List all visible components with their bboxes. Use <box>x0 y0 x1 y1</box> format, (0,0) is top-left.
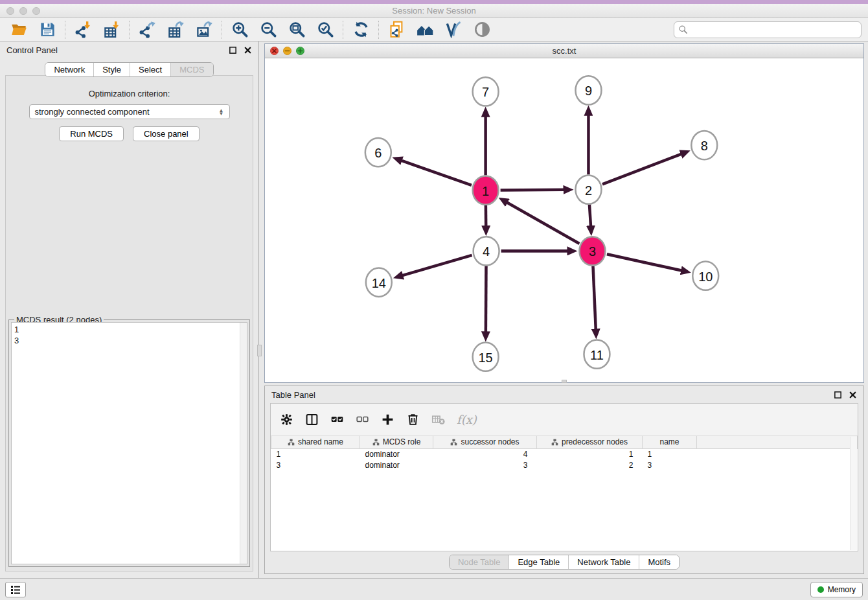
tab-mcds[interactable]: MCDS <box>170 63 212 76</box>
node-4[interactable]: 4 <box>474 237 499 265</box>
open-session-button[interactable] <box>6 19 31 40</box>
node-14[interactable]: 14 <box>366 268 392 297</box>
export-image-icon <box>196 21 213 38</box>
node-8[interactable]: 8 <box>691 131 717 159</box>
export-image-button[interactable] <box>192 19 216 40</box>
save-session-button[interactable] <box>35 19 60 40</box>
birdseye-view-button[interactable] <box>470 19 494 40</box>
search-box[interactable] <box>674 21 862 38</box>
tab-network[interactable]: Network <box>45 63 93 76</box>
table-cell[interactable]: dominator <box>360 459 433 470</box>
network-resize-grip[interactable] <box>562 380 567 383</box>
zoom-out-icon <box>260 21 277 38</box>
refresh-view-button[interactable] <box>348 19 373 40</box>
svg-text:6: 6 <box>374 146 382 160</box>
optimization-criterion-select[interactable]: strongly connected component ▲▼ <box>29 104 230 119</box>
table-cell[interactable]: 2 <box>537 459 643 470</box>
zoom-out-button[interactable] <box>256 19 280 40</box>
table-row[interactable]: 1dominator411 <box>271 448 858 459</box>
table-toolbar: f(x) <box>271 404 858 436</box>
memory-button[interactable]: Memory <box>810 582 863 597</box>
network-window-titlebar[interactable]: scc.txt <box>265 44 863 58</box>
tab-edge-table[interactable]: Edge Table <box>508 555 568 569</box>
clone-network-icon <box>388 21 405 38</box>
list-icon <box>10 584 21 595</box>
zoom-selected-icon <box>317 21 334 38</box>
column-header-MCDS-role[interactable]: MCDS role <box>360 436 433 448</box>
tab-node-table[interactable]: Node Table <box>450 555 509 569</box>
column-header-name[interactable]: name <box>643 436 697 448</box>
close-table-panel-icon[interactable] <box>849 391 857 399</box>
optimization-criterion-label: Optimization criterion: <box>6 89 253 98</box>
show-panels-button[interactable] <box>5 582 26 597</box>
node-9[interactable]: 9 <box>575 76 601 104</box>
clone-network-button[interactable] <box>384 19 409 40</box>
close-panel-icon[interactable] <box>244 46 252 54</box>
table-settings-button[interactable] <box>280 413 293 426</box>
zoom-fit-button[interactable] <box>284 19 309 40</box>
edge-3-11[interactable] <box>593 266 595 330</box>
table-cell[interactable]: 4 <box>433 448 537 459</box>
edge-3-1[interactable] <box>507 202 580 244</box>
float-table-panel-icon[interactable] <box>834 391 842 399</box>
edge-4-14[interactable] <box>402 255 472 276</box>
table-scrollbar[interactable] <box>850 437 857 550</box>
add-column-button[interactable] <box>381 413 394 426</box>
function-builder-icon: f(x) <box>457 413 477 426</box>
table-cell[interactable]: dominator <box>360 448 433 459</box>
edge-3-10[interactable] <box>607 254 682 270</box>
table-cell[interactable]: 3 <box>643 459 697 470</box>
edge-1-2[interactable] <box>501 190 565 190</box>
table-cell[interactable]: 1 <box>537 448 643 459</box>
delete-column-button[interactable] <box>406 413 420 426</box>
svg-text:11: 11 <box>590 348 604 362</box>
result-scrollbar[interactable] <box>240 323 247 564</box>
network-minimize-button[interactable] <box>283 47 291 55</box>
mcds-result-text[interactable]: 1 3 <box>11 322 247 564</box>
column-header-predecessor-nodes[interactable]: predecessor nodes <box>537 436 643 448</box>
deselect-all-button[interactable] <box>356 413 369 426</box>
edge-1-6[interactable] <box>401 160 472 185</box>
export-network-button[interactable] <box>135 19 159 40</box>
edge-2-8[interactable] <box>602 154 682 184</box>
zoom-selected-button[interactable] <box>313 19 337 40</box>
tab-motifs[interactable]: Motifs <box>639 555 679 569</box>
run-mcds-button[interactable]: Run MCDS <box>59 126 124 141</box>
search-input[interactable] <box>691 25 857 34</box>
node-3[interactable]: 3 <box>579 237 605 265</box>
node-11[interactable]: 11 <box>584 340 610 368</box>
node-10[interactable]: 10 <box>692 262 718 290</box>
node-15[interactable]: 15 <box>473 343 499 371</box>
import-network-button[interactable] <box>71 19 95 40</box>
show-columns-button[interactable] <box>305 413 319 426</box>
node-2[interactable]: 2 <box>575 175 601 203</box>
home-view-button[interactable] <box>413 19 437 40</box>
table-cell[interactable]: 3 <box>271 459 360 470</box>
tab-style[interactable]: Style <box>93 63 130 76</box>
table-cell[interactable]: 1 <box>643 448 697 459</box>
column-header-successor-nodes[interactable]: successor nodes <box>433 436 537 448</box>
panel-splitter-handle[interactable] <box>257 345 262 356</box>
node-1[interactable]: 1 <box>473 176 499 204</box>
edge-4-15[interactable] <box>486 266 486 333</box>
table-cell[interactable]: 1 <box>271 448 360 459</box>
close-panel-button[interactable]: Close panel <box>133 126 200 141</box>
zoom-in-button[interactable] <box>227 19 252 40</box>
search-icon <box>678 25 688 34</box>
node-7[interactable]: 7 <box>473 77 499 106</box>
network-canvas[interactable]: 7968124314101511 <box>265 58 863 382</box>
float-panel-icon[interactable] <box>229 46 237 54</box>
hide-graphics-details-button[interactable] <box>441 19 466 40</box>
table-row[interactable]: 3dominator323 <box>271 459 858 470</box>
table-cell[interactable]: 3 <box>433 459 537 470</box>
column-header-shared-name[interactable]: shared name <box>271 436 360 448</box>
tab-network-table[interactable]: Network Table <box>568 555 639 569</box>
node-6[interactable]: 6 <box>365 138 391 167</box>
network-close-button[interactable] <box>270 47 279 55</box>
select-all-button[interactable] <box>330 413 344 426</box>
edge-2-3[interactable] <box>589 205 591 227</box>
network-maximize-button[interactable] <box>296 47 304 55</box>
tab-select[interactable]: Select <box>130 63 170 76</box>
export-table-button[interactable] <box>163 19 188 40</box>
import-table-button[interactable] <box>99 19 124 40</box>
